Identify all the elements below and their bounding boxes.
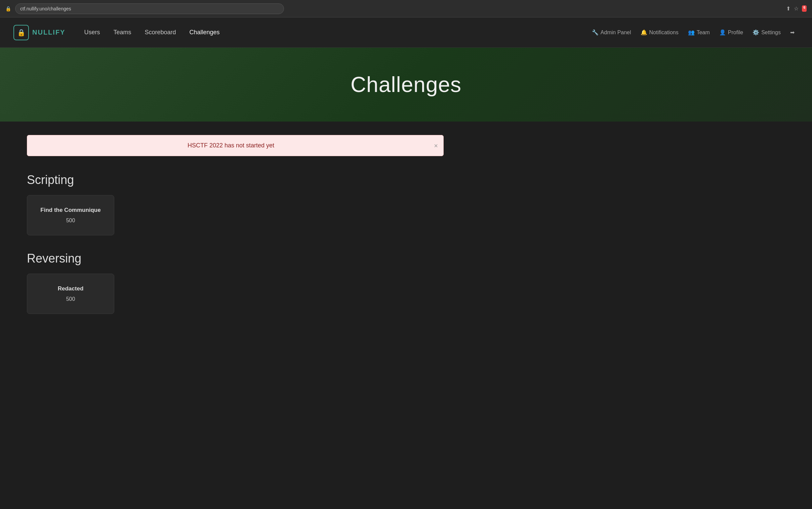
navbar: 🔒 NULLIFY Users Teams Scoreboard Challen… xyxy=(0,18,812,48)
challenge-card[interactable]: Find the Communique500 xyxy=(27,195,114,235)
nav-teams[interactable]: Teams xyxy=(108,26,136,39)
alert-message: HSCTF 2022 has not started yet xyxy=(188,142,274,149)
browser-url-bar[interactable]: ctf.nullify.uno/challenges xyxy=(15,3,284,14)
nav-right: 🔧 Admin Panel 🔔 Notifications 👥 Team 👤 P… xyxy=(588,27,799,38)
nav-links: Users Teams Scoreboard Challenges xyxy=(79,26,588,39)
challenge-name: Redacted xyxy=(53,285,89,292)
url-text: ctf.nullify.uno/challenges xyxy=(20,6,71,11)
challenge-points: 500 xyxy=(66,296,75,302)
team-icon: 👥 xyxy=(688,29,695,36)
browser-share-icon[interactable]: ⬆ xyxy=(786,5,790,12)
team-link[interactable]: 👥 Team xyxy=(684,27,714,38)
notifications-link[interactable]: 🔔 Notifications xyxy=(636,27,683,38)
wrench-icon: 🔧 xyxy=(592,29,599,36)
challenge-points: 500 xyxy=(66,217,75,224)
category-section: ReversingRedacted500 xyxy=(27,251,444,314)
browser-actions: ⬆ ☆ 6 xyxy=(786,5,807,12)
logo-link[interactable]: 🔒 NULLIFY xyxy=(13,25,65,40)
challenge-name: Find the Communique xyxy=(35,207,106,213)
browser-lock-icon: 🔒 xyxy=(5,6,11,11)
challenges-grid: Redacted500 xyxy=(27,274,444,314)
browser-bookmark-icon[interactable]: ☆ xyxy=(794,5,799,12)
logo-icon: 🔒 xyxy=(13,25,29,40)
alert-banner: HSCTF 2022 has not started yet × xyxy=(27,135,444,156)
category-section: ScriptingFind the Communique500 xyxy=(27,173,444,235)
settings-label: Settings xyxy=(761,30,781,36)
hero-section: Challenges xyxy=(0,48,812,122)
nav-users[interactable]: Users xyxy=(79,26,105,39)
challenges-grid: Find the Communique500 xyxy=(27,195,444,235)
categories-container: ScriptingFind the Communique500Reversing… xyxy=(27,173,444,314)
logout-icon: ➡ xyxy=(790,29,794,36)
profile-label: Profile xyxy=(728,30,743,36)
page-title: Challenges xyxy=(350,72,462,97)
browser-chrome: 🔒 ctf.nullify.uno/challenges ⬆ ☆ 6 xyxy=(0,0,812,18)
challenge-card[interactable]: Redacted500 xyxy=(27,274,114,314)
profile-link[interactable]: 👤 Profile xyxy=(715,27,747,38)
team-label: Team xyxy=(697,30,710,36)
alert-close-button[interactable]: × xyxy=(434,142,438,149)
settings-icon: ⚙️ xyxy=(752,29,759,36)
category-title: Reversing xyxy=(27,251,444,266)
category-title: Scripting xyxy=(27,173,444,187)
bell-icon: 🔔 xyxy=(641,29,647,36)
notifications-label: Notifications xyxy=(649,30,679,36)
nav-challenges[interactable]: Challenges xyxy=(184,26,225,39)
profile-icon: 👤 xyxy=(719,29,726,36)
main-content: HSCTF 2022 has not started yet × Scripti… xyxy=(0,122,471,343)
logo-text: NULLIFY xyxy=(32,29,65,36)
browser-extension-badge[interactable]: 6 xyxy=(802,5,807,12)
admin-panel-label: Admin Panel xyxy=(601,30,631,36)
logout-link[interactable]: ➡ xyxy=(786,27,799,38)
admin-panel-link[interactable]: 🔧 Admin Panel xyxy=(588,27,635,38)
settings-link[interactable]: ⚙️ Settings xyxy=(748,27,785,38)
nav-scoreboard[interactable]: Scoreboard xyxy=(139,26,181,39)
